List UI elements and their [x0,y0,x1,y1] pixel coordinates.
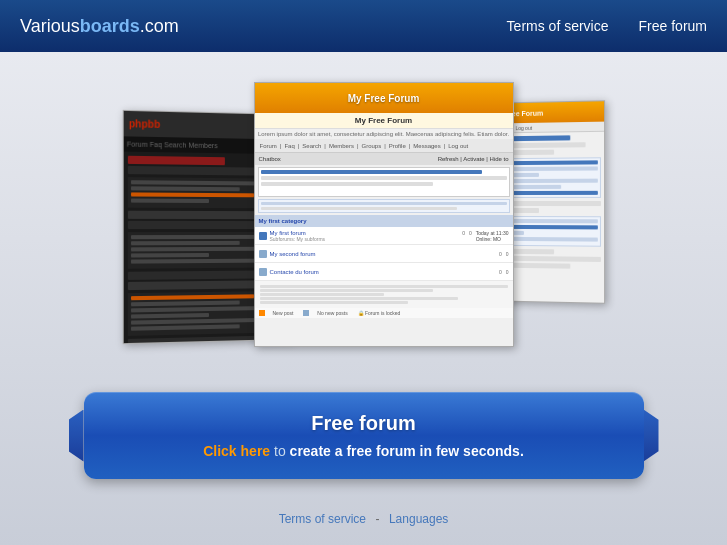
logo-boards: boards [80,16,140,36]
free-forum-link[interactable]: Free forum [639,18,707,34]
site-header: Variousboards.com Terms of service Free … [0,0,727,52]
category-header: My first category [255,215,513,227]
center-forum-header-title: My Free Forum [348,93,420,104]
footer-links: Terms of service - Languages [279,509,449,527]
click-here-link[interactable]: Click here [203,443,270,459]
cta-title: Free forum [114,412,614,435]
logo-com: .com [140,16,179,36]
logo-various: Various [20,16,80,36]
footer-separator: - [375,512,379,526]
footer-terms-link[interactable]: Terms of service [279,512,366,526]
center-forum-desc: Lorem ipsum dolor sit amet, consectetur … [255,129,513,139]
seconds-text: in few seconds. [420,443,524,459]
cta-button[interactable]: Free forum Click here to create a free f… [84,392,644,479]
cta-subtitle: Click here to create a free forum in few… [114,443,614,459]
dark-logo: phpbb [128,118,159,130]
center-forum-title: My Free Forum [255,113,513,129]
chatbox-label: Chatbox [259,156,281,162]
main-content: phpbb Forum Faq Search Members [0,52,727,545]
screenshot-center: My Free Forum My Free Forum Lorem ipsum … [254,82,514,347]
screenshot-collage: phpbb Forum Faq Search Members [124,82,604,362]
terms-of-service-link[interactable]: Terms of service [507,18,609,34]
logo: Variousboards.com [20,16,179,37]
footer-languages-link[interactable]: Languages [389,512,448,526]
create-free-text: create a free forum [290,443,416,459]
header-nav: Terms of service Free forum [507,18,707,34]
